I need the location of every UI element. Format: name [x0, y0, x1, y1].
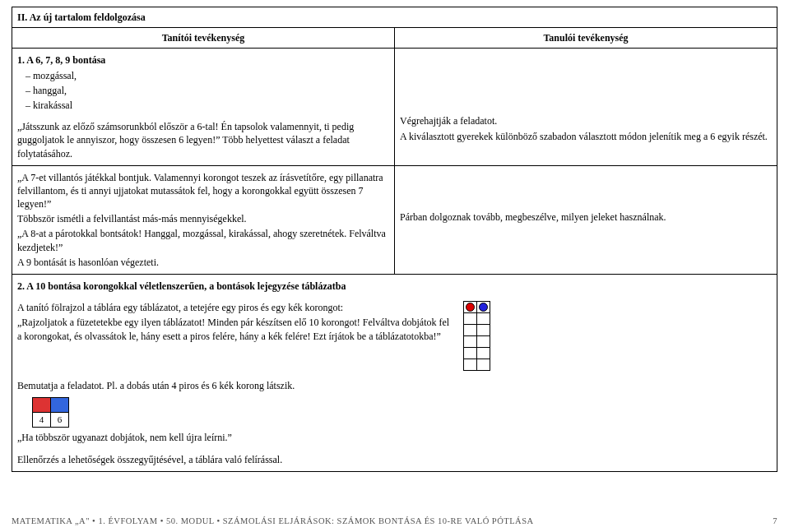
cell-teacher-1b: „A 7-et villantós játékkal bontjuk. Vala…	[12, 165, 395, 274]
item1-text: „Játsszunk az előző számsorunkból előszö…	[17, 120, 389, 160]
section-title: II. Az új tartalom feldolgozása	[17, 12, 146, 23]
cell-teacher-1: 1. A 6, 7, 8, 9 bontása – mozgással, – h…	[12, 49, 395, 165]
example-red-cell	[33, 398, 51, 413]
red-disc-icon	[466, 303, 475, 312]
item2-text: „Rajzoljatok a füzetetekbe egy ilyen táb…	[17, 316, 455, 342]
example-red-value: 4	[33, 413, 51, 428]
row-item-2: 2. A 10 bontása korongokkal véletlenszer…	[12, 275, 777, 472]
item2-text: „Ha többször ugyanazt dobjátok, nem kell…	[17, 431, 772, 444]
row-item-1b: „A 7-et villantós játékkal bontjuk. Vala…	[12, 165, 777, 274]
student-text: Párban dolgoznak tovább, megbeszélve, mi…	[400, 210, 772, 224]
example-blue-cell	[51, 398, 69, 413]
item-text: „A 7-et villantós játékkal bontjuk. Vala…	[17, 171, 389, 211]
item2-text: Ellenőrzés a lehetőségek összegyűjtéséve…	[17, 453, 772, 466]
tally-head-blue	[476, 302, 490, 313]
cell-student-1: Végrehajtják a feladatot. A kiválasztott…	[395, 49, 777, 165]
page-footer: MATEMATIKA „A" • 1. ÉVFOLYAM • 50. MODUL…	[12, 516, 777, 527]
item-text: Többször ismétli a felvillantást más-más…	[17, 212, 389, 225]
item2-text: Bemutatja a feladatot. Pl. a dobás után …	[17, 379, 455, 392]
row-item-1: 1. A 6, 7, 8, 9 bontása – mozgással, – h…	[12, 49, 777, 165]
item-text: A 9 bontását is hasonlóan végezteti.	[17, 256, 389, 269]
example-grid: 4 6	[32, 397, 69, 428]
item2-title: 2. A 10 bontása korongokkal véletlenszer…	[17, 280, 772, 293]
student-text: A kiválasztott gyerekek különböző szabad…	[400, 130, 772, 143]
footer-module-text: MATEMATIKA „A" • 1. ÉVFOLYAM • 50. MODUL…	[12, 516, 534, 527]
bullet: – mozgással,	[34, 69, 389, 82]
col-header-student: Tanulói tevékenység	[395, 28, 777, 49]
example-blue-value: 6	[51, 413, 69, 428]
bullet: – kirakással	[34, 99, 389, 112]
lesson-table: II. Az új tartalom feldolgozása Tanítói …	[12, 7, 777, 472]
item2-text: A tanító fölrajzol a táblára egy tábláza…	[17, 301, 455, 314]
bullet: – hanggal,	[34, 84, 389, 97]
item-text: „A 8-at a párotokkal bontsátok! Hanggal,…	[17, 227, 389, 253]
cell-full-2: 2. A 10 bontása korongokkal véletlenszer…	[12, 275, 777, 472]
tally-grid-template	[463, 301, 490, 371]
blue-disc-icon	[479, 303, 488, 312]
student-text: Végrehajtják a feladatot.	[400, 114, 772, 127]
col-header-teacher: Tanítói tevékenység	[12, 28, 395, 49]
cell-student-1b: Párban dolgoznak tovább, megbeszélve, mi…	[395, 165, 777, 274]
section-header: II. Az új tartalom feldolgozása	[12, 7, 777, 28]
tally-head-red	[463, 302, 476, 313]
page-number: 7	[773, 516, 777, 527]
item1-title: 1. A 6, 7, 8, 9 bontása	[17, 53, 389, 67]
